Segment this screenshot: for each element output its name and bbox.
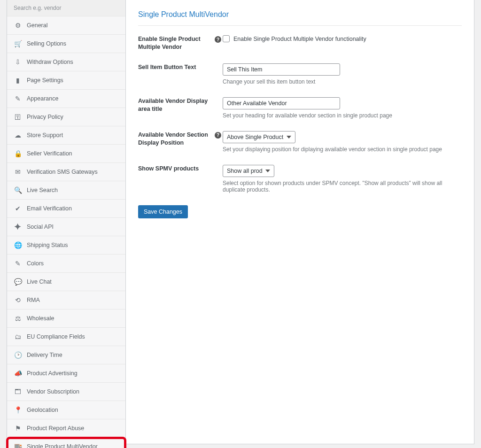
settings-main-panel: Single Product MultiVendor Enable Single… xyxy=(126,0,474,444)
megaphone-icon: 📣 xyxy=(14,370,22,377)
sidebar-item-label: Geolocation xyxy=(27,407,58,413)
sidebar-item-label: Product Report Abuse xyxy=(27,425,84,432)
checkbox-input-enable-spmv[interactable] xyxy=(223,35,230,42)
label-sell-button-text: Sell Item Button Text xyxy=(138,63,213,71)
sidebar-item-label: Live Search xyxy=(27,187,58,193)
sidebar-item-label: EU Compliance Fields xyxy=(27,333,85,340)
label-enable-spmv: Enable Single Product Multiple Vendor xyxy=(138,35,213,51)
sidebar-item-rma[interactable]: ⟲RMA xyxy=(7,291,125,309)
share-icon: ⯌ xyxy=(14,223,22,231)
input-area-title[interactable] xyxy=(223,97,340,109)
store-icon: 🏬 xyxy=(14,443,22,448)
label-display-position: Available Vendor Section Display Positio… xyxy=(138,131,213,147)
sidebar-item-label: Vendor Subscription xyxy=(27,388,79,395)
sidebar-item-eu-compliance-fields[interactable]: 🗂EU Compliance Fields xyxy=(7,328,125,346)
sidebar-item-label: Privacy Policy xyxy=(27,114,63,120)
sidebar-item-colors[interactable]: ✎Colors xyxy=(7,255,125,273)
chat-icon: ☁ xyxy=(14,131,22,139)
sidebar-item-social-api[interactable]: ⯌Social API xyxy=(7,218,125,236)
desc-show-spmv: Select option for shown products under S… xyxy=(223,180,462,193)
help-icon[interactable]: ? xyxy=(215,132,221,139)
sidebar-item-label: RMA xyxy=(27,297,40,303)
desc-display-position: Set your displaying position for diplayi… xyxy=(223,146,462,153)
id-icon: 🗂 xyxy=(14,333,22,340)
sidebar-item-label: Store Support xyxy=(27,132,63,139)
label-show-spmv: Show SPMV products xyxy=(138,165,213,173)
settings-sidebar: Search e.g. vendor ⚙General🛒Selling Opti… xyxy=(7,0,126,444)
sidebar-item-live-chat[interactable]: 💬Live Chat xyxy=(7,273,125,291)
select-display-position[interactable]: Above Single Product Tabs xyxy=(223,131,295,143)
sidebar-item-label: Page Settings xyxy=(27,77,63,84)
page-title: Single Product MultiVendor xyxy=(138,10,462,26)
sidebar-item-page-settings[interactable]: ▮Page Settings xyxy=(7,71,125,90)
paint-icon: ✎ xyxy=(14,260,22,267)
sidebar-item-delivery-time[interactable]: 🕑Delivery Time xyxy=(7,346,125,364)
withdraw-icon: ⇩ xyxy=(14,58,22,66)
sidebar-search-input[interactable]: Search e.g. vendor xyxy=(7,0,125,16)
pin-icon: 📍 xyxy=(14,406,22,414)
sidebar-item-verification-sms-gateways[interactable]: ✉Verification SMS Gateways xyxy=(7,163,125,181)
help-icon[interactable]: ? xyxy=(215,36,221,43)
sidebar-item-label: Email Verification xyxy=(27,205,72,212)
sidebar-item-general[interactable]: ⚙General xyxy=(7,16,125,35)
sidebar-item-label: Seller Verification xyxy=(27,150,72,157)
refresh-icon: ⟲ xyxy=(14,296,22,304)
sidebar-item-selling-options[interactable]: 🛒Selling Options xyxy=(7,35,125,53)
sidebar-item-label: Selling Options xyxy=(27,40,66,47)
sidebar-item-geolocation[interactable]: 📍Geolocation xyxy=(7,401,125,419)
lock-icon: 🔒 xyxy=(14,150,22,157)
sidebar-item-vendor-subscription[interactable]: 🗔Vendor Subscription xyxy=(7,383,125,401)
sidebar-item-label: Wholesale xyxy=(27,315,54,322)
search-icon: 🔍 xyxy=(14,186,22,194)
sidebar-item-live-search[interactable]: 🔍Live Search xyxy=(7,181,125,200)
row-enable-spmv: Enable Single Product Multiple Vendor ? … xyxy=(138,35,462,51)
sidebar-item-wholesale[interactable]: ⚖Wholesale xyxy=(7,309,125,328)
mail-icon: ✉ xyxy=(14,168,22,176)
sidebar-item-label: Live Chat xyxy=(27,278,52,285)
brush-icon: ✎ xyxy=(14,95,22,102)
row-show-spmv: Show SPMV products Show all products Sel… xyxy=(138,165,462,193)
clock-icon: 🕑 xyxy=(14,351,22,359)
sidebar-item-label: Delivery Time xyxy=(27,352,62,358)
sidebar-item-seller-verification[interactable]: 🔒Seller Verification xyxy=(7,145,125,163)
sidebar-item-store-support[interactable]: ☁Store Support xyxy=(7,126,125,145)
sidebar-item-label: Verification SMS Gateways xyxy=(27,169,98,175)
sidebar-item-withdraw-options[interactable]: ⇩Withdraw Options xyxy=(7,53,125,71)
sidebar-item-label: Appearance xyxy=(27,95,58,102)
checkbox-enable-spmv[interactable]: Enable Single Product Multiple Vendor fu… xyxy=(223,35,462,42)
wholesale-icon: ⚖ xyxy=(14,315,22,322)
sidebar-item-product-report-abuse[interactable]: ⚑Product Report Abuse xyxy=(7,419,125,438)
checkbox-label-enable-spmv: Enable Single Product Multiple Vendor fu… xyxy=(233,36,366,42)
select-show-spmv[interactable]: Show all products xyxy=(223,165,274,177)
key-icon: ⚿ xyxy=(14,113,22,121)
desc-sell-button-text: Change your sell this item button text xyxy=(223,78,462,85)
sidebar-item-label: Social API xyxy=(27,224,54,230)
sidebar-item-label: Product Advertising xyxy=(27,370,78,377)
sidebar-item-label: General xyxy=(27,22,47,29)
row-area-title: Available Vendor Display area title Set … xyxy=(138,97,462,119)
gear-icon: ⚙ xyxy=(14,22,22,29)
globe-icon: 🌐 xyxy=(14,241,22,249)
label-area-title: Available Vendor Display area title xyxy=(138,97,213,113)
save-button[interactable]: Save Changes xyxy=(138,205,188,218)
settings-container: Search e.g. vendor ⚙General🛒Selling Opti… xyxy=(0,0,481,444)
sidebar-item-label: Single Product MultiVendor xyxy=(27,443,98,448)
sidebar-item-privacy-policy[interactable]: ⚿Privacy Policy xyxy=(7,108,125,126)
input-sell-button-text[interactable] xyxy=(223,63,340,76)
flag-icon: ⚑ xyxy=(14,425,22,432)
sidebar-item-product-advertising[interactable]: 📣Product Advertising xyxy=(7,364,125,383)
row-sell-button-text: Sell Item Button Text Change your sell t… xyxy=(138,63,462,85)
sidebar-item-label: Shipping Status xyxy=(27,242,68,248)
sidebar-item-appearance[interactable]: ✎Appearance xyxy=(7,90,125,108)
sidebar-item-email-verification[interactable]: ✔Email Verification xyxy=(7,200,125,218)
page-icon: ▮ xyxy=(14,77,22,84)
subscription-icon: 🗔 xyxy=(14,388,22,395)
sidebar-item-shipping-status[interactable]: 🌐Shipping Status xyxy=(7,236,125,255)
desc-area-title: Set your heading for available vendor se… xyxy=(223,112,462,119)
livechat-icon: 💬 xyxy=(14,278,22,286)
shield-check-icon: ✔ xyxy=(14,205,22,212)
sidebar-item-single-product-multivendor[interactable]: 🏬Single Product MultiVendor xyxy=(7,438,125,448)
sidebar-item-label: Colors xyxy=(27,260,44,267)
row-display-position: Available Vendor Section Display Positio… xyxy=(138,131,462,153)
cart-icon: 🛒 xyxy=(14,40,22,47)
